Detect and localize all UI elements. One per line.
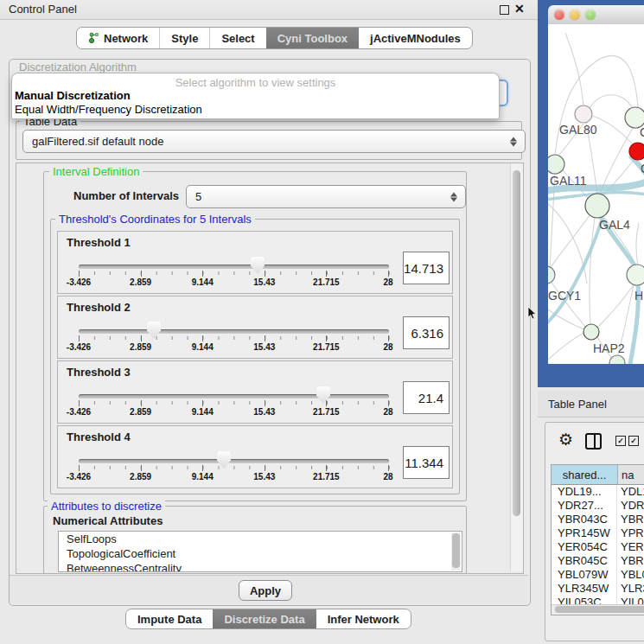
vertical-scrollbar-thumb[interactable] — [513, 170, 520, 516]
tick-label: -3.426 — [67, 472, 91, 481]
option-manual-discretization[interactable]: Manual Discretization — [15, 89, 131, 102]
mouse-cursor — [527, 306, 538, 320]
table-row[interactable]: YER054CYER0 — [552, 540, 644, 554]
table-row[interactable]: YDL19...YDL1 — [552, 485, 644, 499]
tab-discretize-data[interactable]: Discretize Data — [213, 609, 316, 628]
select-columns-checkbox-icon[interactable]: ✓ — [628, 436, 639, 446]
tab-impute-data[interactable]: Impute Data — [126, 609, 213, 628]
threshold-2-value-field[interactable]: 6.316 — [403, 316, 450, 349]
table-row[interactable]: YPR145WYPR1 — [552, 526, 644, 540]
table-row[interactable]: YDR27...YDR2 — [552, 499, 644, 513]
tick-label: 2.859 — [130, 472, 151, 481]
algorithm-dropdown-popup: Select algorithm to view settings Manual… — [11, 73, 500, 119]
tab-infer-network[interactable]: Infer Network — [316, 609, 411, 628]
node-hap2[interactable] — [583, 324, 599, 340]
tab-style[interactable]: Style — [159, 28, 209, 48]
apply-button[interactable]: Apply — [239, 580, 292, 601]
table-data-group: Table Data galFiltered.sif default node — [16, 121, 522, 160]
node-gal11[interactable] — [548, 155, 564, 174]
control-panel-tabbar: Network Style Select Cyni Toolbox jActiv… — [76, 27, 473, 49]
node-gal4[interactable] — [585, 194, 609, 218]
tick-label: 15.43 — [253, 342, 275, 352]
list-item[interactable]: SelfLoops — [59, 532, 462, 546]
threshold-3-slider-track[interactable] — [79, 394, 389, 399]
table-panel-title: Table Panel — [548, 398, 607, 411]
network-canvas[interactable]: GAL80 G GAL11 GAL4 C GCY1 H HAP2 — [548, 24, 644, 364]
tab-jactivemnodules[interactable]: jActiveMNodules — [359, 28, 472, 48]
table-row[interactable]: YBR045CYBR0 — [552, 554, 644, 568]
numerical-attributes-label: Numerical Attributes — [53, 514, 163, 527]
zoom-traffic-light-icon[interactable] — [585, 10, 596, 20]
select-columns-checkbox-icon[interactable]: ✓ — [615, 436, 626, 446]
network-window-frame: GAL80 G GAL11 GAL4 C GCY1 H HAP2 — [538, 0, 644, 387]
algorithm-placeholder-option[interactable]: Select algorithm to view settings — [12, 76, 499, 89]
interval-definition-label: Interval Definition — [49, 165, 143, 178]
tick-label: 15.43 — [253, 407, 275, 417]
table-row[interactable]: YBL079WYBL0 — [552, 568, 644, 582]
settings-gear-icon[interactable]: ⚙ — [558, 431, 573, 448]
threshold-1-slider-track[interactable] — [79, 265, 389, 269]
vertical-scrollbar[interactable] — [510, 163, 523, 571]
attributes-group: Attributes to discretize Numerical Attri… — [43, 506, 467, 574]
tab-network[interactable]: Network — [77, 28, 159, 48]
node-label: GCY1 — [548, 289, 581, 303]
control-panel-titlebar: Control Panel ✕ — [0, 0, 538, 20]
table-header-row: shared... na — [552, 465, 644, 485]
node-label: G — [640, 125, 644, 139]
node-red-selected[interactable] — [629, 143, 644, 160]
network-icon — [88, 32, 99, 44]
number-of-intervals-label: Number of Intervals — [73, 189, 179, 202]
column-layout-icon[interactable] — [585, 433, 602, 450]
threshold-3-value-field[interactable]: 21.4 — [403, 381, 450, 414]
threshold-2-slider-track[interactable] — [79, 329, 389, 334]
threshold-4-slider-track[interactable] — [79, 459, 389, 463]
option-equal-width-frequency[interactable]: Equal Width/Frequency Discretization — [15, 103, 202, 116]
node-gal80[interactable] — [575, 105, 592, 123]
horizontal-scrollbar-thumb[interactable] — [555, 606, 644, 613]
float-window-icon[interactable] — [500, 5, 509, 15]
threshold-1-value-field[interactable]: 14.713 — [403, 252, 450, 284]
list-item[interactable]: TopologicalCoefficient — [59, 546, 462, 561]
tick-label: 9.144 — [192, 407, 214, 417]
tick-label: 21.715 — [313, 277, 340, 287]
tab-cyni-toolbox[interactable]: Cyni Toolbox — [266, 28, 359, 48]
numerical-attributes-list[interactable]: SelfLoops TopologicalCoefficient Between… — [58, 531, 462, 572]
screen: { "window": { "title": "Control Panel" }… — [0, 0, 644, 644]
minimize-traffic-light-icon[interactable] — [570, 10, 580, 20]
table-row[interactable]: YBR043CYBR0 — [552, 513, 644, 526]
column-header-name[interactable]: na — [618, 465, 644, 484]
node-label: GAL11 — [550, 174, 587, 188]
tick-label: 9.144 — [192, 277, 214, 287]
tick-label: 15.43 — [253, 277, 275, 287]
tick-label: 28 — [383, 277, 392, 287]
list-item[interactable]: BetweennessCentrality — [59, 561, 462, 572]
horizontal-scrollbar[interactable] — [552, 604, 644, 615]
tick-label: -3.426 — [67, 407, 91, 417]
close-traffic-light-icon[interactable] — [554, 10, 564, 20]
list-scrollbar-thumb[interactable] — [452, 533, 460, 568]
list-scrollbar[interactable] — [451, 532, 461, 571]
tick-marks — [79, 466, 390, 469]
column-header-shared[interactable]: shared... — [552, 465, 618, 484]
threshold-2-panel: Threshold 2 -3.426 2.859 9.144 15.43 21.… — [57, 296, 453, 359]
tick-marks — [79, 271, 390, 275]
table-data-combobox[interactable]: galFiltered.sif default node — [22, 130, 526, 153]
node-gcy1[interactable] — [548, 266, 555, 284]
node-label: HAP2 — [593, 341, 625, 355]
node-h-partial[interactable] — [627, 265, 644, 285]
node-partial-bottom[interactable] — [609, 355, 625, 364]
discretization-algorithm-label: Discretization Algorithm — [19, 61, 137, 73]
number-of-intervals-combobox[interactable]: 5 — [186, 185, 466, 208]
tick-label: 21.715 — [313, 407, 340, 417]
tick-label: 28 — [383, 342, 392, 352]
threshold-4-label: Threshold 4 — [67, 430, 131, 443]
tick-label: -3.426 — [67, 277, 91, 287]
tick-marks — [79, 336, 390, 340]
table-row[interactable]: YLR345WYLR3 — [552, 582, 644, 596]
tab-select[interactable]: Select — [209, 28, 265, 48]
threshold-4-value-field[interactable]: 11.344 — [403, 446, 450, 479]
node-attribute-table: shared... na YDL19...YDL1 YDR27...YDR2 Y… — [551, 464, 644, 615]
close-icon[interactable]: ✕ — [514, 2, 525, 16]
threshold-3-label: Threshold 3 — [67, 366, 131, 379]
tick-marks — [79, 401, 390, 405]
